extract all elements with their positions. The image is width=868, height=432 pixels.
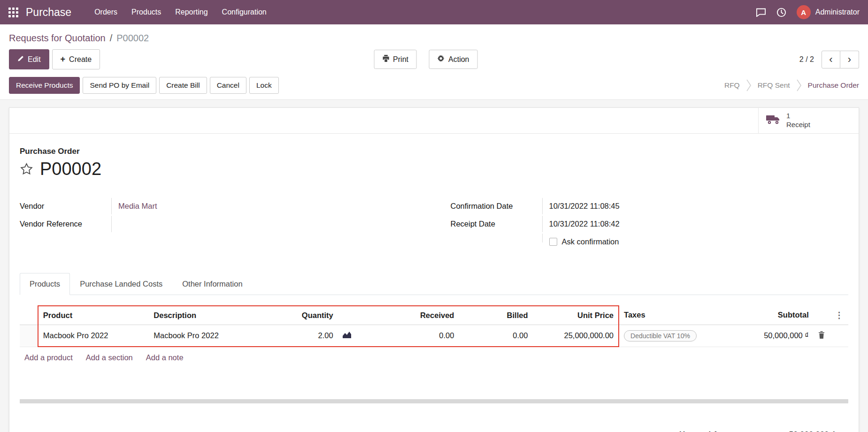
statusbar: Receive Products Send PO by Email Create… xyxy=(0,75,868,100)
sheet-top-strip: 1 Receipt xyxy=(9,108,859,134)
table-row[interactable]: Macbook Pro 2022 Macbook Pro 2022 2.00 0… xyxy=(20,325,848,347)
receipt-count: 1 xyxy=(786,112,810,121)
status-step-purchase-order[interactable]: Purchase Order xyxy=(808,81,859,90)
pager-count: 2 / 2 xyxy=(799,55,814,64)
lock-button[interactable]: Lock xyxy=(249,77,279,94)
status-step-rfq[interactable]: RFQ xyxy=(724,81,740,90)
delete-row-button[interactable] xyxy=(814,325,830,347)
chevron-left-icon: ‹ xyxy=(829,53,832,66)
print-button[interactable]: Print xyxy=(374,50,417,69)
user-name: Administrator xyxy=(815,8,860,16)
column-header-unit-price[interactable]: Unit Price xyxy=(532,306,619,325)
pager-previous-button[interactable]: ‹ xyxy=(822,51,840,68)
cell-taxes: Deductible VAT 10% xyxy=(619,325,730,347)
cell-received[interactable]: 0.00 xyxy=(367,325,459,347)
status-step-rfq-sent[interactable]: RFQ Sent xyxy=(758,81,790,90)
document-type-label: Purchase Order xyxy=(20,147,848,156)
row-end-cell xyxy=(830,325,848,347)
tab-products[interactable]: Products xyxy=(20,273,70,295)
messages-icon[interactable] xyxy=(756,8,766,17)
avatar: A xyxy=(797,5,811,19)
control-panel: Edit + Create Print Action 2 / 2 ‹ › xyxy=(0,48,868,75)
column-header-forecast xyxy=(338,306,367,325)
tab-purchase-landed-costs[interactable]: Purchase Landed Costs xyxy=(70,273,172,295)
receipt-label: Receipt xyxy=(786,121,810,129)
truck-icon xyxy=(766,114,780,127)
breadcrumb-parent-link[interactable]: Requests for Quotation xyxy=(9,33,106,44)
cell-description[interactable]: Macbook Pro 2022 xyxy=(149,325,263,347)
receive-products-button[interactable]: Receive Products xyxy=(9,77,80,94)
forecast-chart-icon[interactable] xyxy=(338,325,367,347)
untaxed-amount-label: Untaxed Amount: xyxy=(679,430,745,432)
column-header-product[interactable]: Product xyxy=(38,306,149,325)
vendor-label: Vendor xyxy=(20,198,112,214)
ask-confirmation-checkbox[interactable] xyxy=(549,238,557,246)
tab-other-information[interactable]: Other Information xyxy=(172,273,252,295)
printer-icon xyxy=(382,55,389,64)
favorite-star-icon[interactable] xyxy=(20,162,33,176)
notebook-tabs: Products Purchase Landed Costs Other Inf… xyxy=(20,273,848,295)
optional-columns-toggle-icon[interactable]: ⋮ xyxy=(830,306,848,325)
add-a-section-link[interactable]: Add a section xyxy=(86,353,133,362)
cell-quantity[interactable]: 2.00 xyxy=(263,325,338,347)
column-header-received[interactable]: Received xyxy=(367,306,459,325)
chevron-right-icon: › xyxy=(848,53,851,66)
vendor-value-link[interactable]: Media Mart xyxy=(118,202,157,211)
pencil-icon xyxy=(17,55,24,64)
confirmation-date-label: Confirmation Date xyxy=(451,198,543,214)
add-a-note-link[interactable]: Add a note xyxy=(146,353,184,362)
menu-configuration[interactable]: Configuration xyxy=(215,0,274,24)
horizontal-scrollbar[interactable] xyxy=(20,399,848,403)
untaxed-amount-value: 50,000,000 ₫ xyxy=(762,430,835,432)
cell-subtotal: 50,000,000 ₫ xyxy=(730,325,814,347)
cancel-button[interactable]: Cancel xyxy=(210,77,246,94)
tax-tag[interactable]: Deductible VAT 10% xyxy=(624,330,697,341)
cell-unit-price[interactable]: 25,000,000.00 xyxy=(532,325,619,347)
breadcrumb: Requests for Quotation / P00002 xyxy=(0,24,868,48)
column-header-subtotal[interactable]: Subtotal xyxy=(730,306,814,325)
menu-reporting[interactable]: Reporting xyxy=(168,0,215,24)
table-footer-links: Add a product Add a section Add a note xyxy=(20,347,848,368)
page-title: P00002 xyxy=(40,159,101,179)
vendor-reference-label: Vendor Reference xyxy=(20,216,112,232)
receipt-date-value: 10/31/2022 11:08:42 xyxy=(543,216,620,232)
column-header-quantity[interactable]: Quantity xyxy=(263,306,338,325)
status-steps: RFQ RFQ Sent Purchase Order xyxy=(724,79,859,92)
field-groups: Vendor Media Mart Vendor Reference Confi… xyxy=(20,198,848,251)
edit-button[interactable]: Edit xyxy=(9,49,49,69)
menu-orders[interactable]: Orders xyxy=(87,0,124,24)
action-button[interactable]: Action xyxy=(429,50,477,69)
activity-clock-icon[interactable] xyxy=(776,8,786,17)
receipt-stat-button[interactable]: 1 Receipt xyxy=(758,108,859,133)
top-navbar: Purchase Orders Products Reporting Confi… xyxy=(0,0,868,24)
content-background: 1 Receipt Purchase Order P00002 Vendor M… xyxy=(0,100,868,432)
pager-next-button[interactable]: › xyxy=(840,51,859,68)
vendor-reference-value[interactable] xyxy=(112,216,118,223)
apps-menu-icon[interactable] xyxy=(8,8,18,17)
create-button[interactable]: + Create xyxy=(52,49,100,69)
app-name[interactable]: Purchase xyxy=(26,6,71,19)
breadcrumb-current: P00002 xyxy=(116,33,149,44)
breadcrumb-separator: / xyxy=(110,33,113,44)
plus-icon: + xyxy=(61,54,66,64)
cell-product[interactable]: Macbook Pro 2022 xyxy=(38,325,149,347)
column-header-taxes[interactable]: Taxes xyxy=(619,306,730,325)
menu-products[interactable]: Products xyxy=(124,0,168,24)
step-chevron-icon xyxy=(746,79,752,92)
handle-column-header xyxy=(20,306,38,325)
ask-confirmation-label: Ask confirmation xyxy=(562,237,619,246)
add-a-product-link[interactable]: Add a product xyxy=(24,353,73,362)
receipt-date-label: Receipt Date xyxy=(451,216,543,232)
column-header-billed[interactable]: Billed xyxy=(459,306,532,325)
send-po-by-email-button[interactable]: Send PO by Email xyxy=(83,77,156,94)
create-bill-button[interactable]: Create Bill xyxy=(159,77,207,94)
user-menu[interactable]: A Administrator xyxy=(797,5,860,19)
confirmation-date-value: 10/31/2022 11:08:45 xyxy=(543,198,620,214)
totals-section: Untaxed Amount: 50,000,000 ₫ VAT 10%: 5,… xyxy=(20,428,848,432)
step-chevron-icon xyxy=(796,79,802,92)
column-header-description[interactable]: Description xyxy=(149,306,263,325)
form-sheet: 1 Receipt Purchase Order P00002 Vendor M… xyxy=(9,107,859,432)
drag-handle-cell[interactable] xyxy=(20,325,38,347)
gear-icon xyxy=(438,55,445,64)
cell-billed[interactable]: 0.00 xyxy=(459,325,532,347)
